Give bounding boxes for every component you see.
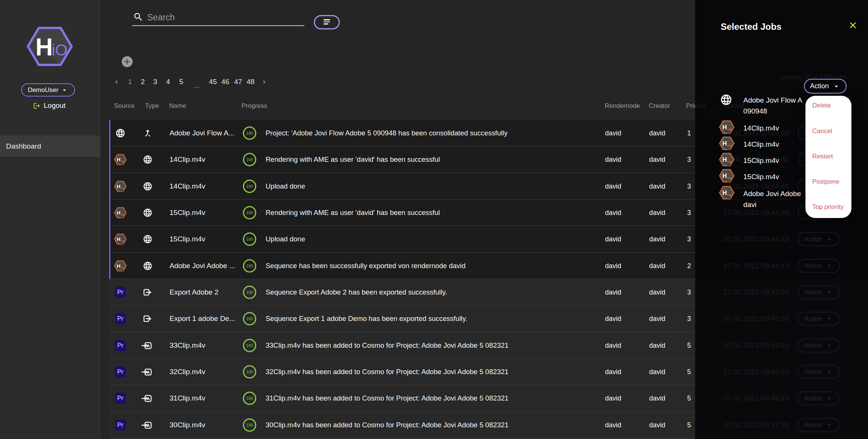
svg-text:iO: iO	[52, 41, 67, 59]
svg-text:100: 100	[246, 263, 253, 268]
svg-text:100: 100	[246, 316, 253, 321]
svg-text:100: 100	[246, 422, 253, 427]
svg-text:100: 100	[246, 396, 253, 401]
svg-text:H: H	[35, 34, 53, 61]
svg-text:100: 100	[246, 237, 253, 241]
svg-text:100: 100	[246, 210, 253, 215]
svg-text:100: 100	[246, 157, 253, 162]
svg-text:100: 100	[246, 369, 253, 374]
svg-text:100: 100	[246, 184, 253, 188]
svg-text:100: 100	[246, 130, 253, 135]
svg-text:100: 100	[246, 290, 253, 294]
svg-text:100: 100	[246, 343, 253, 347]
